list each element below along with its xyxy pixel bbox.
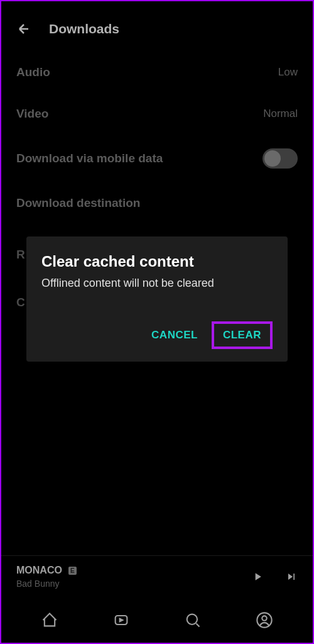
bottom-nav xyxy=(1,597,313,643)
svg-point-3 xyxy=(262,616,266,620)
dialog-actions: CANCEL CLEAR xyxy=(41,321,273,349)
dialog-message: Offlined content will not be cleared xyxy=(41,277,273,290)
toggle-switch[interactable] xyxy=(263,148,298,169)
setting-destination[interactable]: Download destination xyxy=(16,182,298,224)
dialog-overlay: Clear cached content Offlined content wi… xyxy=(26,236,288,362)
dialog: Clear cached content Offlined content wi… xyxy=(26,236,288,362)
setting-video[interactable]: Video Normal xyxy=(16,93,298,135)
setting-label: Video xyxy=(16,107,48,121)
explicit-badge: E xyxy=(68,567,77,575)
track-title: MONACO xyxy=(16,565,62,576)
header: Downloads xyxy=(1,1,313,52)
setting-label: Audio xyxy=(16,65,50,79)
back-arrow-icon[interactable] xyxy=(16,21,31,36)
next-icon[interactable] xyxy=(285,570,298,583)
svg-point-1 xyxy=(187,614,197,625)
setting-mobile-data[interactable]: Download via mobile data xyxy=(16,135,298,182)
page-title: Downloads xyxy=(49,21,119,36)
track-line: MONACO E xyxy=(16,565,77,576)
clear-button[interactable]: CLEAR xyxy=(212,321,273,349)
now-playing-info: MONACO E Bad Bunny xyxy=(16,565,77,589)
home-icon[interactable] xyxy=(41,611,58,629)
video-icon[interactable] xyxy=(112,611,130,629)
profile-icon[interactable] xyxy=(256,611,273,629)
dialog-title: Clear cached content xyxy=(41,253,273,270)
setting-value: Low xyxy=(278,66,298,79)
track-artist: Bad Bunny xyxy=(16,579,77,589)
now-playing-bar[interactable]: MONACO E Bad Bunny xyxy=(1,555,313,597)
setting-audio[interactable]: Audio Low xyxy=(16,52,298,93)
search-icon[interactable] xyxy=(184,611,202,629)
settings-list: Audio Low Video Normal Download via mobi… xyxy=(1,52,313,224)
partial-setting-r: R xyxy=(16,248,25,262)
play-icon[interactable] xyxy=(251,570,264,583)
partial-setting-c: C xyxy=(16,296,25,309)
cancel-button[interactable]: CANCEL xyxy=(143,323,207,348)
setting-label: Download destination xyxy=(16,196,140,209)
playback-controls xyxy=(251,570,298,583)
toggle-knob xyxy=(264,150,281,167)
setting-label: Download via mobile data xyxy=(16,152,163,165)
setting-value: Normal xyxy=(263,108,298,120)
